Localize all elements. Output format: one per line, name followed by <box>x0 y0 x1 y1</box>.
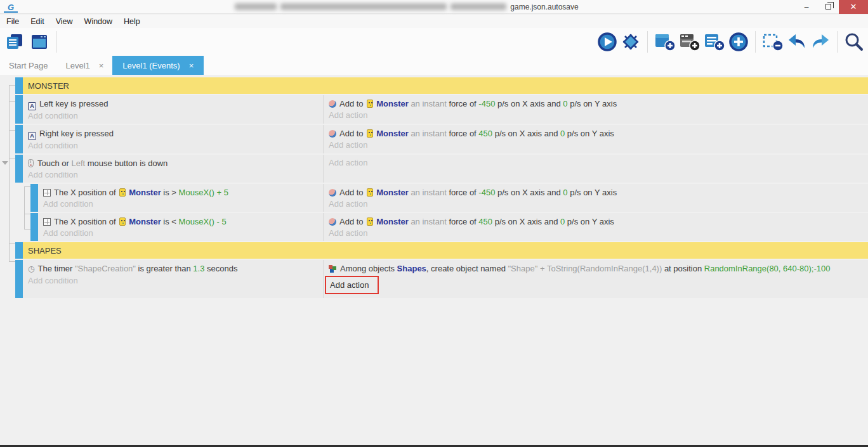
add-other-icon[interactable] <box>728 32 749 52</box>
action-text: p/s on Y axis <box>565 217 614 226</box>
timer-icon: ◷ <box>28 264 34 273</box>
event-select-bar[interactable] <box>15 125 23 153</box>
conditions-cell[interactable]: Touch or Left mouse button is down Add c… <box>23 155 324 183</box>
add-condition-link[interactable]: Add condition <box>43 228 318 239</box>
actions-cell[interactable]: Add to Monster an instant force of 450 p… <box>324 125 868 153</box>
event-row[interactable]: Touch or Left mouse button is down Add c… <box>0 155 868 183</box>
actions-cell[interactable]: Add action <box>324 155 868 183</box>
group-header-shapes[interactable]: SHAPES <box>23 242 868 259</box>
sub-event-row[interactable]: The X position of Monster is < MouseX() … <box>0 213 868 241</box>
add-condition-link[interactable]: Add condition <box>28 275 318 287</box>
redacted-title-segment <box>450 3 506 10</box>
action-text: force of <box>449 188 478 197</box>
condition-param: Left <box>71 159 85 168</box>
expression-value: 0 <box>563 188 567 197</box>
redo-icon[interactable] <box>810 32 831 52</box>
add-action-link[interactable]: Add action <box>329 110 863 121</box>
sub-event-row[interactable]: The X position of Monster is > MouseX() … <box>0 184 868 212</box>
collapse-arrow-icon[interactable] <box>2 161 8 165</box>
expression-value: MouseX() - 5 <box>179 217 227 226</box>
monster-object-icon <box>367 100 373 108</box>
undo-icon[interactable] <box>787 32 807 52</box>
add-event-icon[interactable] <box>654 32 676 52</box>
delete-event-icon[interactable] <box>762 32 784 52</box>
actions-cell[interactable]: Add to Monster an instant force of 450 p… <box>324 213 868 241</box>
event-group-row[interactable]: MONSTER <box>0 77 868 94</box>
tab-start-page[interactable]: Start Page <box>0 56 56 75</box>
event-row[interactable]: ◷The timer "ShapeCreation" is greater th… <box>0 260 868 298</box>
restore-icon <box>825 4 831 10</box>
tab-close-icon[interactable]: × <box>99 61 104 70</box>
action-param: an instant <box>409 99 449 108</box>
event-select-bar[interactable] <box>30 213 38 241</box>
conditions-cell[interactable]: The X position of Monster is < MouseX() … <box>38 213 324 241</box>
minimize-button[interactable]: – <box>796 0 817 14</box>
event-row[interactable]: Right key is pressed Add condition Add t… <box>0 125 868 153</box>
actions-cell[interactable]: Add to Monster an instant force of -450 … <box>324 184 868 212</box>
preview-play-icon[interactable] <box>597 32 617 52</box>
menu-file[interactable]: File <box>5 16 25 27</box>
restore-button[interactable] <box>817 0 839 14</box>
debugger-bug-icon[interactable] <box>621 32 641 52</box>
condition-operator: > <box>171 188 178 197</box>
object-name: Monster <box>376 129 409 138</box>
actions-cell[interactable]: Add to Monster an instant force of -450 … <box>324 95 868 124</box>
event-row[interactable]: Left key is pressed Add condition Add to… <box>0 95 868 124</box>
conditions-cell[interactable]: ◷The timer "ShapeCreation" is greater th… <box>23 260 324 298</box>
event-select-bar[interactable] <box>30 184 38 212</box>
close-button[interactable]: ✕ <box>839 0 868 14</box>
conditions-cell[interactable]: Right key is pressed Add condition <box>23 125 324 153</box>
action-text: Add to <box>339 99 365 108</box>
conditions-cell[interactable]: The X position of Monster is > MouseX() … <box>38 184 324 212</box>
action-text: force of <box>449 129 478 138</box>
menu-edit[interactable]: Edit <box>29 16 51 27</box>
actions-cell[interactable]: Among objects Shapes, create object name… <box>324 260 868 298</box>
object-name: Monster <box>376 188 409 197</box>
menu-window[interactable]: Window <box>83 16 119 27</box>
object-name: Shapes <box>397 264 426 273</box>
event-select-bar[interactable] <box>15 242 23 259</box>
tab-level1-events[interactable]: Level1 (Events) × <box>112 56 204 75</box>
monster-object-icon <box>367 217 373 226</box>
tab-close-icon[interactable]: × <box>189 61 194 70</box>
add-action-link[interactable]: Add action <box>329 228 863 239</box>
scene-editor-icon[interactable] <box>29 33 48 51</box>
menu-help[interactable]: Help <box>122 16 147 27</box>
window-title-text: game.json.autosave <box>510 3 578 11</box>
force-icon <box>329 100 336 108</box>
event-select-bar[interactable] <box>15 155 23 183</box>
force-icon <box>329 189 336 197</box>
event-group-row[interactable]: SHAPES <box>0 242 868 259</box>
tree-line <box>9 85 10 261</box>
expression-value: 1.3 <box>193 264 204 273</box>
add-subevent-icon[interactable] <box>679 32 700 52</box>
expression-value: 450 <box>478 129 492 138</box>
events-sheet: MONSTER Left key is pressed Add conditio… <box>0 75 868 445</box>
add-condition-link[interactable]: Add condition <box>43 198 318 210</box>
group-header-monster[interactable]: MONSTER <box>23 77 868 94</box>
event-select-bar[interactable] <box>15 95 23 124</box>
action-param: an instant <box>409 188 449 197</box>
add-condition-link[interactable]: Add condition <box>28 169 318 181</box>
object-name: Monster <box>129 217 161 226</box>
add-comment-icon[interactable] <box>704 32 725 52</box>
add-condition-link[interactable]: Add condition <box>28 110 318 122</box>
event-select-bar[interactable] <box>15 260 23 298</box>
keyboard-icon <box>28 132 36 140</box>
add-action-link[interactable]: Add action <box>330 280 369 290</box>
add-condition-link[interactable]: Add condition <box>28 140 318 152</box>
condition-text: The X position of <box>54 188 118 197</box>
search-icon[interactable] <box>844 32 864 52</box>
conditions-cell[interactable]: Left key is pressed Add condition <box>23 95 324 124</box>
redacted-title-segment <box>235 3 277 10</box>
action-text: Add to <box>339 188 365 197</box>
tab-level1[interactable]: Level1 × <box>56 56 112 75</box>
event-select-bar[interactable] <box>15 77 23 94</box>
menu-view[interactable]: View <box>55 16 79 27</box>
action-text: p/s on X axis and <box>495 188 563 197</box>
project-manager-icon[interactable] <box>5 33 24 51</box>
add-action-link[interactable]: Add action <box>329 157 863 169</box>
add-action-link[interactable]: Add action <box>329 139 863 151</box>
action-text: Among objects <box>340 264 397 273</box>
add-action-link[interactable]: Add action <box>329 198 863 210</box>
